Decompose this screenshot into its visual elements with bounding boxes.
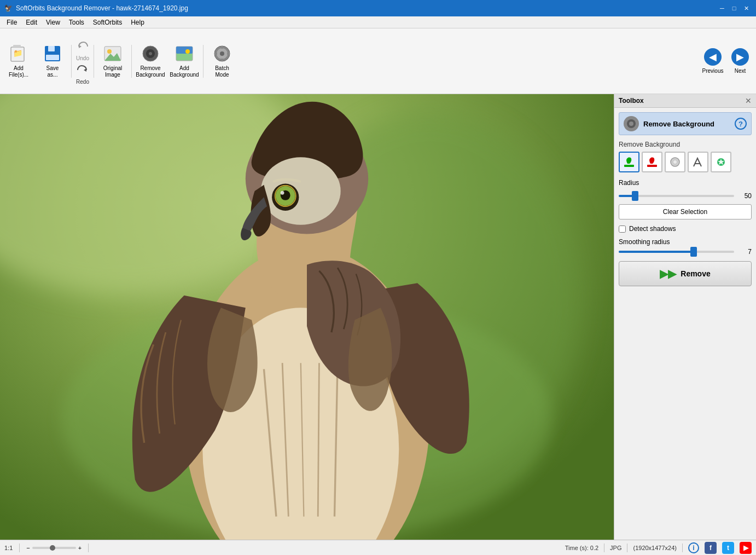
svg-point-9 <box>107 49 112 54</box>
smoothing-slider-thumb[interactable] <box>690 247 697 257</box>
svg-point-36 <box>261 157 341 224</box>
menu-edit[interactable]: Edit <box>21 18 42 27</box>
status-bar: 1:1 − + Time (s): 0.2 JPG (1920x1477x24)… <box>0 540 756 555</box>
remove-background-button[interactable]: RemoveBackground <box>134 42 167 80</box>
save-as-label: Saveas... <box>46 65 59 78</box>
svg-rect-21 <box>221 59 223 61</box>
toolbar-sep-4 <box>203 45 203 78</box>
info-button[interactable]: i <box>688 542 699 553</box>
toolbar: 📁 AddFile(s)... Saveas... Undo Redo <box>0 28 756 94</box>
smoothing-value: 7 <box>738 248 752 256</box>
remove-background-section-label: Remove Background <box>619 141 752 148</box>
batch-mode-icon <box>212 44 232 63</box>
menu-softorbits[interactable]: SoftOrbits <box>89 18 126 27</box>
eraser-button[interactable] <box>665 152 685 172</box>
redo-button[interactable] <box>74 61 91 79</box>
svg-rect-44 <box>624 165 634 167</box>
original-image-button[interactable]: OriginalImage <box>96 42 129 80</box>
title-bar-left: 🦅 SoftOrbits Background Remover - hawk-2… <box>4 4 188 12</box>
radius-row: Radius <box>619 179 752 187</box>
svg-point-43 <box>629 122 633 126</box>
file-format: JPG <box>610 545 621 551</box>
add-background-button[interactable]: AddBackground <box>168 42 201 80</box>
toolbar-bg-group: RemoveBackground AddBackground <box>134 42 201 80</box>
clear-selection-button[interactable]: Clear Selection <box>619 204 752 219</box>
add-background-label: AddBackground <box>170 65 199 78</box>
toolbar-file-group: 📁 AddFile(s)... Saveas... <box>2 42 69 80</box>
radius-slider-thumb[interactable] <box>632 191 638 201</box>
undo-label: Undo <box>76 55 89 61</box>
menu-file[interactable]: File <box>2 18 21 27</box>
canvas-area[interactable] <box>0 94 614 540</box>
detect-shadows-label[interactable]: Detect shadows <box>629 225 676 233</box>
help-button[interactable]: ? <box>735 118 747 130</box>
svg-point-13 <box>149 52 152 55</box>
edge-brush-button[interactable] <box>688 152 708 172</box>
svg-marker-7 <box>84 68 86 72</box>
remove-button[interactable]: ▶▶ Remove <box>619 261 752 286</box>
facebook-button[interactable]: f <box>705 542 717 554</box>
add-background-icon <box>175 44 194 63</box>
menu-bar: File Edit View Tools SoftOrbits Help <box>0 16 756 28</box>
svg-point-16 <box>185 49 190 54</box>
radius-slider[interactable] <box>619 195 734 197</box>
minimize-button[interactable]: ─ <box>717 3 728 14</box>
status-sep-1 <box>19 544 20 552</box>
toolbox-header: Toolbox ✕ <box>614 94 756 108</box>
magic-brush-button[interactable] <box>711 152 731 172</box>
svg-point-47 <box>673 160 677 164</box>
zoom-plus-icon[interactable]: + <box>78 545 82 551</box>
title-bar: 🦅 SoftOrbits Background Remover - hawk-2… <box>0 0 756 16</box>
toolbar-sep-1 <box>71 45 72 78</box>
status-sep-2 <box>88 544 89 552</box>
toolbox-panel: Toolbox ✕ Remove Background ? Remove Bac… <box>614 94 756 540</box>
twitter-button[interactable]: t <box>722 542 734 554</box>
save-as-button[interactable]: Saveas... <box>36 42 69 80</box>
toolbar-undo-redo-group: Undo Redo <box>74 38 91 85</box>
svg-rect-5 <box>46 55 59 60</box>
youtube-button[interactable]: ▶ <box>740 542 752 554</box>
close-button[interactable]: ✕ <box>741 3 752 14</box>
add-file-icon: 📁 <box>9 44 28 63</box>
remove-label: Remove <box>681 269 710 278</box>
toolbox-close-button[interactable]: ✕ <box>745 96 752 105</box>
undo-button[interactable] <box>74 38 91 55</box>
redo-label: Redo <box>76 79 89 85</box>
previous-button[interactable]: ◀ Previous <box>699 37 726 86</box>
svg-rect-15 <box>176 47 193 54</box>
status-sep-3 <box>604 544 604 552</box>
remove-icon: ▶▶ <box>660 267 676 280</box>
maximize-button[interactable]: □ <box>729 3 740 14</box>
batch-mode-button[interactable]: BatchMode <box>206 42 239 80</box>
smoothing-slider[interactable] <box>619 251 734 253</box>
tool-section-header: Remove Background ? <box>619 112 752 135</box>
next-button[interactable]: ▶ Next <box>726 37 754 86</box>
menu-tools[interactable]: Tools <box>65 18 89 27</box>
image-dimensions: (1920x1477x24) <box>633 545 677 551</box>
status-right: Time (s): 0.2 JPG (1920x1477x24) i f t ▶ <box>565 542 752 554</box>
zoom-control: − + <box>26 545 82 551</box>
add-file-label: AddFile(s)... <box>9 65 28 78</box>
app-icon: 🦅 <box>4 4 13 12</box>
menu-view[interactable]: View <box>42 18 65 27</box>
detect-shadows-checkbox[interactable] <box>619 226 626 233</box>
red-brush-button[interactable] <box>642 152 662 172</box>
original-image-label: OriginalImage <box>103 65 122 78</box>
menu-help[interactable]: Help <box>126 18 149 27</box>
svg-rect-23 <box>227 53 230 55</box>
radius-slider-row: 50 <box>619 192 752 200</box>
add-file-button[interactable]: 📁 AddFile(s)... <box>2 42 35 80</box>
status-sep-4 <box>627 544 627 552</box>
smoothing-label: Smoothing radius <box>619 238 752 246</box>
save-icon <box>43 44 62 63</box>
previous-label: Previous <box>702 68 724 74</box>
green-brush-button[interactable] <box>619 152 639 172</box>
zoom-thumb[interactable] <box>50 545 55 551</box>
zoom-slider[interactable] <box>32 547 76 549</box>
previous-arrow-icon: ◀ <box>704 48 722 66</box>
svg-marker-6 <box>79 45 82 48</box>
zoom-minus-icon[interactable]: − <box>26 545 30 551</box>
radius-value: 50 <box>738 192 752 200</box>
tool-icon <box>624 116 639 131</box>
title-bar-controls: ─ □ ✕ <box>717 3 752 14</box>
